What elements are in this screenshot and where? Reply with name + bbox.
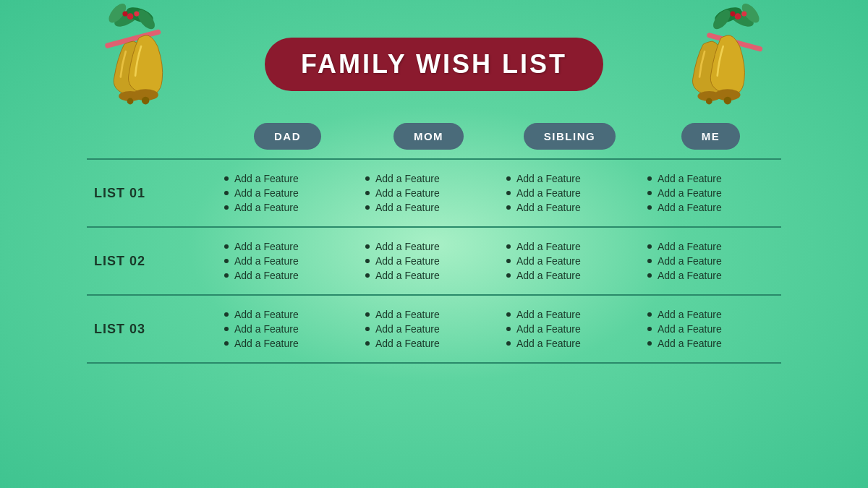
bullet-icon (365, 341, 370, 346)
list-item: Add a Feature (647, 338, 774, 349)
bullet-icon (506, 176, 511, 181)
feature-text: Add a Feature (658, 241, 722, 252)
list-item: Add a Feature (647, 241, 774, 252)
list-item: Add a Feature (365, 255, 492, 267)
bullet-icon (365, 273, 370, 278)
empty-header-cell (87, 123, 217, 150)
bullet-icon (365, 244, 370, 249)
cell-row2-col4: Add a FeatureAdd a FeatureAdd a Feature (640, 236, 781, 286)
bullet-icon (647, 312, 652, 317)
bullet-icon (647, 273, 652, 278)
bullet-icon (224, 341, 229, 346)
svg-point-9 (127, 98, 134, 105)
feature-text: Add a Feature (658, 338, 722, 349)
list-item: Add a Feature (224, 270, 351, 281)
feature-text: Add a Feature (375, 173, 440, 184)
bullet-icon (647, 191, 652, 195)
feature-text: Add a Feature (375, 187, 440, 199)
feature-text: Add a Feature (658, 309, 722, 320)
list-item: Add a Feature (647, 173, 774, 184)
feature-text: Add a Feature (234, 323, 299, 335)
sibling-badge: SIBLING (524, 123, 616, 150)
feature-text: Add a Feature (234, 173, 299, 184)
list-item: Add a Feature (506, 309, 633, 320)
cell-row2-col1: Add a FeatureAdd a FeatureAdd a Feature (217, 236, 358, 286)
cell-row1-col3: Add a FeatureAdd a FeatureAdd a Feature (499, 168, 640, 218)
bullet-icon (506, 273, 511, 278)
feature-text: Add a Feature (658, 255, 722, 267)
mom-badge: MOM (393, 123, 464, 150)
bullet-icon (647, 327, 652, 331)
feature-text: Add a Feature (516, 202, 581, 213)
row-label: LIST 01 (87, 168, 217, 218)
list-item: Add a Feature (224, 173, 351, 184)
bullet-icon (647, 259, 652, 263)
list-item: Add a Feature (224, 323, 351, 335)
cell-row3-col4: Add a FeatureAdd a FeatureAdd a Feature (640, 304, 781, 354)
bullet-icon (224, 327, 229, 331)
list-item: Add a Feature (365, 270, 492, 281)
row-label: LIST 03 (87, 304, 217, 354)
feature-text: Add a Feature (234, 202, 299, 213)
bullet-icon (224, 176, 229, 181)
feature-text: Add a Feature (516, 309, 581, 320)
list-item: Add a Feature (365, 323, 492, 335)
list-item: Add a Feature (365, 173, 492, 184)
cell-row2-col2: Add a FeatureAdd a FeatureAdd a Feature (358, 236, 499, 286)
header: FAMILY WISH LIST (0, 0, 868, 116)
feature-text: Add a Feature (375, 241, 440, 252)
list-item: Add a Feature (506, 173, 633, 184)
list-item: Add a Feature (647, 270, 774, 281)
feature-text: Add a Feature (658, 270, 722, 281)
feature-text: Add a Feature (658, 173, 722, 184)
bullet-icon (506, 327, 511, 331)
bullet-icon (506, 259, 511, 263)
table-row: LIST 02Add a FeatureAdd a FeatureAdd a F… (87, 228, 781, 296)
bullet-icon (224, 259, 229, 263)
row-label-text: LIST 02 (94, 254, 145, 269)
cell-row3-col2: Add a FeatureAdd a FeatureAdd a Feature (358, 304, 499, 354)
list-item: Add a Feature (506, 187, 633, 199)
bullet-icon (647, 176, 652, 181)
table-row: LIST 03Add a FeatureAdd a FeatureAdd a F… (87, 296, 781, 364)
list-item: Add a Feature (647, 202, 774, 213)
bullet-icon (647, 341, 652, 346)
feature-text: Add a Feature (234, 241, 299, 252)
bullet-icon (506, 312, 511, 317)
svg-point-6 (122, 12, 127, 17)
list-item: Add a Feature (506, 202, 633, 213)
list-item: Add a Feature (224, 187, 351, 199)
table-rows-container: LIST 01Add a FeatureAdd a FeatureAdd a F… (87, 160, 781, 364)
list-item: Add a Feature (224, 202, 351, 213)
feature-text: Add a Feature (516, 338, 581, 349)
list-item: Add a Feature (506, 338, 633, 349)
list-item: Add a Feature (224, 338, 351, 349)
bullet-icon (365, 312, 370, 317)
bullet-icon (647, 244, 652, 249)
feature-text: Add a Feature (234, 187, 299, 199)
feature-text: Add a Feature (375, 255, 440, 267)
feature-text: Add a Feature (516, 173, 581, 184)
list-item: Add a Feature (224, 255, 351, 267)
feature-text: Add a Feature (516, 255, 581, 267)
bullet-icon (224, 312, 229, 317)
feature-text: Add a Feature (658, 187, 722, 199)
row-label: LIST 02 (87, 236, 217, 286)
svg-point-11 (142, 97, 150, 105)
bullet-icon (365, 191, 370, 195)
svg-point-5 (134, 12, 139, 17)
bullet-icon (224, 191, 229, 195)
feature-text: Add a Feature (234, 270, 299, 281)
feature-text: Add a Feature (658, 323, 722, 335)
feature-text: Add a Feature (234, 255, 299, 267)
cell-row2-col3: Add a FeatureAdd a FeatureAdd a Feature (499, 236, 640, 286)
col-header-me: ME (640, 123, 781, 150)
bullet-icon (506, 341, 511, 346)
bell-left-decoration (58, 0, 203, 116)
bullet-icon (506, 244, 511, 249)
list-item: Add a Feature (506, 323, 633, 335)
bullet-icon (365, 259, 370, 263)
list-item: Add a Feature (365, 202, 492, 213)
bell-right-decoration (665, 0, 810, 116)
list-item: Add a Feature (647, 255, 774, 267)
